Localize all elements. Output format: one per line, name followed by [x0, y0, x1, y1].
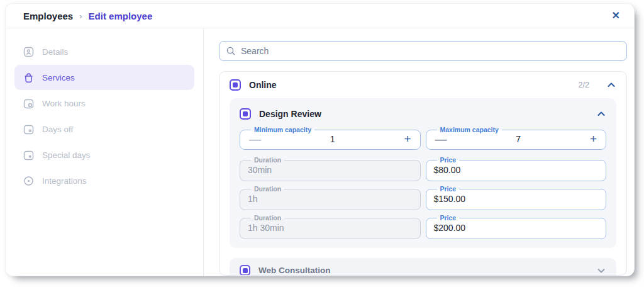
dialog-header: Employees › Edit employee ✕ [6, 4, 634, 28]
duration-value: 30min [248, 164, 413, 176]
price-field: Price $80.00 [426, 156, 607, 181]
shopping-bag-icon [23, 72, 34, 83]
max-capacity-decrement-button[interactable]: — [434, 133, 448, 145]
sidebar-item-label: Details [42, 47, 68, 57]
service-title: Design Review [259, 109, 321, 119]
price-value[interactable]: $150.00 [434, 193, 599, 205]
sidebar-item-services[interactable]: Services [14, 65, 194, 90]
price-label: Price [437, 214, 460, 222]
price-label: Price [437, 156, 460, 164]
sidebar-item-special-days[interactable]: Special days [14, 142, 194, 167]
price-field: Price $150.00 [426, 185, 607, 210]
chevron-up-icon[interactable] [606, 80, 616, 90]
sidebar: Details Services Work hours [6, 28, 204, 276]
sidebar-item-label: Work hours [42, 99, 86, 108]
web-consultation-checkbox[interactable] [240, 265, 250, 276]
duration-value: 1h [248, 193, 413, 205]
category-title: Online [249, 80, 277, 90]
chevron-down-icon[interactable] [596, 266, 606, 276]
min-capacity-decrement-button[interactable]: — [248, 133, 262, 145]
sidebar-item-label: Integrations [42, 176, 87, 186]
breadcrumb-employees[interactable]: Employees [23, 11, 73, 21]
checkbox-fill [233, 82, 238, 87]
checkbox-fill [243, 111, 248, 116]
category-header-online[interactable]: Online 2/2 [219, 72, 626, 97]
breadcrumb-edit-employee: Edit employee [89, 11, 153, 21]
sidebar-item-label: Services [42, 73, 75, 82]
services-content: Online 2/2 Design Review [204, 28, 634, 276]
sidebar-item-integrations[interactable]: Integrations [14, 168, 194, 193]
category-count-badge: 2/2 [579, 81, 589, 89]
max-capacity-increment-button[interactable]: + [589, 133, 598, 145]
duration-label: Duration [251, 214, 284, 222]
duration-field: Duration 1h [240, 185, 421, 210]
id-badge-icon [23, 47, 34, 57]
calendar-star-icon [23, 150, 34, 160]
calendar-icon [23, 98, 34, 109]
price-label: Price [437, 185, 460, 193]
sidebar-item-days-off[interactable]: Days off [14, 116, 194, 142]
chevron-up-icon[interactable] [596, 109, 606, 119]
min-capacity-increment-button[interactable]: + [402, 133, 412, 145]
max-capacity-value[interactable]: 7 [448, 134, 589, 144]
sidebar-item-details[interactable]: Details [14, 39, 194, 64]
search-icon [226, 46, 236, 56]
duration-label: Duration [251, 185, 284, 193]
category-card-online: Online 2/2 Design Review [219, 71, 627, 276]
duration-value: 1h 30min [248, 222, 413, 234]
sidebar-item-work-hours[interactable]: Work hours [14, 91, 194, 116]
close-button[interactable]: ✕ [612, 11, 620, 21]
design-review-checkbox[interactable] [240, 108, 251, 120]
min-capacity-value[interactable]: 1 [262, 134, 402, 144]
calendar-off-icon [23, 124, 34, 135]
service-header-web-consultation[interactable]: Web Consultation [230, 258, 616, 276]
price-value[interactable]: $80.00 [434, 164, 599, 176]
max-capacity-stepper: Maximum capacity — 7 + [426, 126, 607, 150]
search-input[interactable] [241, 46, 620, 56]
edit-employee-dialog: Employees › Edit employee ✕ Details [5, 3, 635, 276]
checkbox-fill [243, 268, 248, 273]
target-icon [23, 176, 34, 186]
duration-field: Duration 1h 30min [240, 214, 421, 239]
sidebar-item-label: Special days [42, 150, 91, 160]
service-panel-design-review: Design Review Minimum capacity — [230, 98, 616, 248]
price-value[interactable]: $200.00 [434, 222, 599, 234]
duration-label: Duration [251, 156, 284, 164]
search-box [219, 41, 627, 61]
min-capacity-stepper: Minimum capacity — 1 + [240, 126, 421, 150]
breadcrumb-separator-icon: › [79, 11, 82, 21]
sidebar-item-label: Days off [42, 125, 73, 134]
price-field: Price $200.00 [426, 214, 607, 239]
duration-field: Duration 30min [240, 156, 421, 181]
service-title: Web Consultation [258, 266, 331, 275]
online-checkbox[interactable] [230, 79, 241, 91]
service-header-design-review[interactable]: Design Review [240, 104, 606, 126]
